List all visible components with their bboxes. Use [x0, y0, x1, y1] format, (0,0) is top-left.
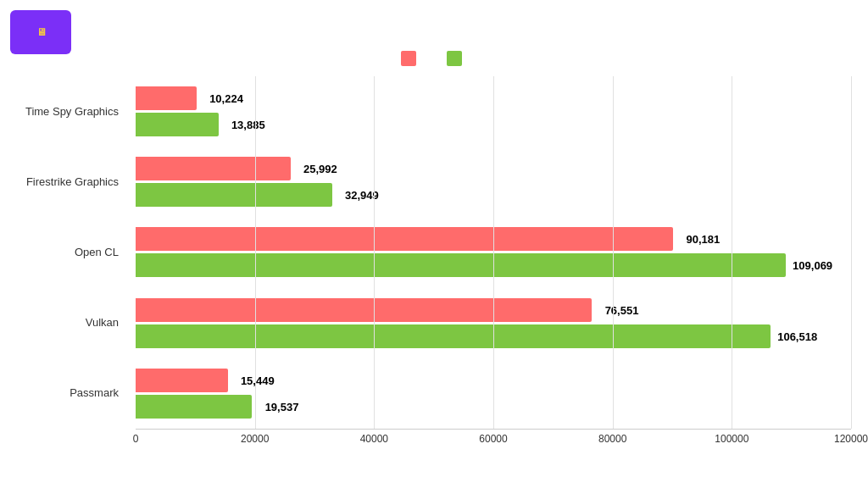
x-tick-label: 100000	[715, 433, 748, 445]
x-axis: 020000400006000080000100000120000	[136, 429, 851, 454]
logo-monitor-icon: 🖥	[36, 27, 47, 37]
y-axis-label-2: Open CL	[0, 246, 119, 258]
bar-value-label: 19,537	[265, 400, 299, 413]
x-tick-label: 20000	[241, 433, 269, 445]
bar-green: 106,518	[136, 324, 771, 348]
bar-value-label: 13,885	[231, 119, 265, 131]
x-tick-label: 0	[133, 433, 139, 445]
bar-value-label: 25,992	[303, 163, 337, 175]
bar-green: 109,069	[136, 253, 786, 277]
x-tick-label: 40000	[360, 433, 388, 445]
bar-red: 76,551	[136, 298, 592, 322]
y-axis-label-0: Time Spy Graphics	[0, 105, 119, 118]
legend-color-rtx	[447, 51, 462, 66]
bar-green: 32,949	[136, 183, 332, 207]
grid-line	[255, 76, 256, 429]
grid-line	[493, 76, 494, 429]
bar-red: 90,181	[136, 227, 673, 251]
grid-line	[613, 76, 614, 429]
bar-green: 19,537	[136, 395, 252, 419]
grid-line	[851, 76, 852, 429]
x-tick-label: 80000	[598, 433, 626, 445]
grid-line	[374, 76, 375, 429]
chart-legend	[0, 51, 868, 66]
bar-red: 25,992	[136, 157, 291, 180]
y-axis-label-4: Passmark	[0, 386, 119, 399]
logo-gt-text: 🖥	[35, 27, 47, 37]
page-container: 🖥 10,22413,88525,99232,94990,181109,0697…	[0, 0, 868, 488]
legend-item-rtx	[447, 51, 467, 66]
bar-green: 13,885	[136, 113, 219, 136]
x-tick-label: 120000	[834, 433, 868, 445]
x-tick-label: 60000	[479, 433, 507, 445]
logo: 🖥	[10, 10, 71, 54]
y-axis-label-1: Firestrike Graphics	[0, 175, 119, 188]
chart-area: 10,22413,88525,99232,94990,181109,06976,…	[136, 76, 851, 454]
bar-red: 10,224	[136, 86, 197, 110]
y-axis-label-3: Vulkan	[0, 316, 119, 329]
bar-red: 15,449	[136, 369, 228, 392]
bar-value-label: 109,069	[793, 259, 832, 272]
bar-value-label: 106,518	[777, 330, 817, 342]
bar-value-label: 10,224	[209, 92, 243, 105]
legend-color-radeon	[401, 51, 416, 66]
bar-value-label: 90,181	[687, 233, 721, 246]
legend-item-radeon	[401, 51, 421, 66]
grid-line	[732, 76, 732, 429]
bar-value-label: 76,551	[605, 303, 639, 316]
bar-value-label: 15,449	[241, 374, 275, 386]
